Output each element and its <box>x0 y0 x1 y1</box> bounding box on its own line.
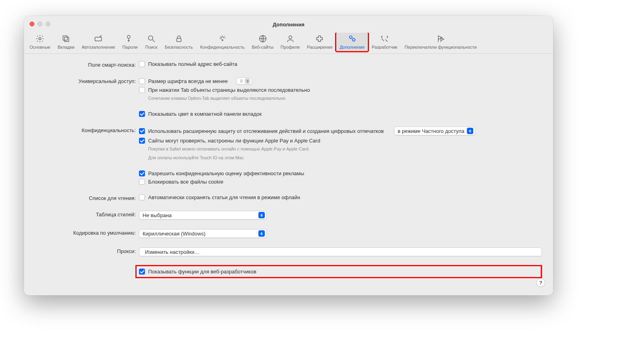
text-auto-save-offline: Автоматически сохранять статьи для чтени… <box>148 194 300 200</box>
toolbar-item-privacy[interactable]: Конфиденциальность <box>197 33 248 51</box>
text-tracking-protection: Использовать расширенную защиту от отсле… <box>148 128 384 134</box>
svg-point-0 <box>39 38 41 40</box>
privacy-icon <box>218 34 227 43</box>
toolbar-item-tabs[interactable]: Вкладки <box>54 33 77 51</box>
content: Поле смарт-поиска: Показывать полный адр… <box>24 54 553 293</box>
help-button[interactable]: ? <box>536 278 545 287</box>
zoom-window-button[interactable] <box>46 22 50 26</box>
toolbar-item-feature-flags[interactable]: Переключатели функциональности <box>401 33 480 51</box>
websites-icon <box>258 34 267 43</box>
checkbox-auto-save-offline[interactable] <box>139 194 145 200</box>
toolbar-label: Профили <box>281 45 300 49</box>
chevron-updown-icon <box>258 230 265 237</box>
checkbox-ad-measurement[interactable] <box>139 170 145 176</box>
autofill-icon <box>94 34 103 43</box>
toolbar-label: Переключатели функциональности <box>405 45 477 49</box>
chevron-updown-icon <box>258 212 265 218</box>
toolbar-item-profiles[interactable]: Профили <box>278 33 303 51</box>
titlebar: Дополнения <box>24 16 553 33</box>
svg-rect-1 <box>63 36 67 40</box>
text-compact-color: Показывать цвет в компактной панели вкла… <box>148 111 262 117</box>
label-accessibility: Универсальный доступ: <box>35 77 139 84</box>
search-icon <box>147 34 156 43</box>
toolbar-item-websites[interactable]: Веб-сайты <box>249 33 277 51</box>
profiles-icon <box>286 34 295 43</box>
close-window-button[interactable] <box>30 22 34 26</box>
label-stylesheet: Таблица стилей: <box>35 211 139 218</box>
feature-flags-icon <box>436 34 445 43</box>
toolbar: ОсновныеВкладкиАвтозаполнениеПаролиПоиск… <box>24 33 553 54</box>
svg-rect-3 <box>95 37 102 41</box>
minimize-window-button[interactable] <box>38 22 42 26</box>
checkbox-compact-color[interactable] <box>139 111 145 117</box>
toolbar-label: Основные <box>30 45 50 49</box>
chevron-updown-icon <box>467 128 473 134</box>
window-title: Дополнения <box>273 22 305 28</box>
label-encoding: Кодировка по умолчанию: <box>35 229 139 236</box>
label-proxies: Прокси: <box>35 247 139 254</box>
text-show-dev-features: Показывать функции для веб-разработчиков <box>148 269 256 275</box>
label-privacy: Конфиденциальность: <box>35 127 139 133</box>
label-smart-search: Поле смарт-поиска: <box>35 61 139 68</box>
note-apple-pay-1: Покупки в Safari можно оплачивать онлайн… <box>139 146 542 152</box>
traffic-lights <box>30 22 50 26</box>
text-min-font: Размер шрифта всегда не менее <box>148 78 228 84</box>
checkbox-min-font[interactable] <box>139 78 145 84</box>
toolbar-label: Автозаполнение <box>81 45 115 49</box>
toolbar-item-search[interactable]: Поиск <box>142 33 161 51</box>
toolbar-label: Вкладки <box>58 45 74 49</box>
passwords-icon <box>125 34 134 43</box>
toolbar-label: Разработчик <box>372 45 397 49</box>
preferences-window: Дополнения ОсновныеВкладкиАвтозаполнение… <box>24 16 553 295</box>
toolbar-item-security[interactable]: Безопасность <box>162 33 196 51</box>
svg-point-7 <box>222 40 223 41</box>
toolbar-item-autofill[interactable]: Автозаполнение <box>78 33 118 51</box>
security-icon <box>175 34 183 43</box>
text-apple-pay: Сайты могут проверять, настроены ли функ… <box>148 138 320 144</box>
extensions-icon <box>315 34 324 43</box>
svg-point-11 <box>352 39 355 41</box>
svg-point-9 <box>289 36 292 39</box>
svg-point-5 <box>148 36 153 40</box>
toolbar-item-extensions[interactable]: Расширения <box>304 33 335 51</box>
checkbox-apple-pay[interactable] <box>139 138 145 144</box>
checkbox-tracking-protection[interactable] <box>139 128 145 134</box>
checkbox-block-cookies[interactable] <box>139 179 145 185</box>
text-block-cookies: Блокировать все файлы cookie <box>148 179 223 185</box>
svg-rect-6 <box>177 38 181 42</box>
toolbar-item-developer[interactable]: Разработчик <box>369 33 401 51</box>
toolbar-label: Дополнения <box>339 45 364 49</box>
select-min-font-size[interactable]: 9 <box>236 77 252 85</box>
toolbar-item-passwords[interactable]: Пароли <box>119 33 141 51</box>
text-show-full-url: Показывать полный адрес веб-сайта <box>148 61 237 67</box>
highlight-dev-features: Показывать функции для веб-разработчиков <box>135 265 542 278</box>
toolbar-label: Расширения <box>307 45 332 49</box>
checkbox-show-dev-features[interactable] <box>139 269 145 275</box>
toolbar-label: Безопасность <box>165 45 193 49</box>
svg-point-10 <box>349 36 352 38</box>
toolbar-item-general[interactable]: Основные <box>26 33 54 51</box>
chevron-updown-icon <box>245 78 250 84</box>
toolbar-label: Поиск <box>145 45 157 49</box>
label-reading-list: Список для чтения: <box>35 194 139 201</box>
toolbar-label: Пароли <box>122 45 138 49</box>
checkbox-tab-highlight[interactable] <box>139 87 145 93</box>
button-change-proxies[interactable]: Изменить настройки… <box>139 247 542 256</box>
text-ad-measurement: Разрешить конфиденциальную оценку эффект… <box>148 170 304 176</box>
advanced-icon <box>348 34 357 43</box>
toolbar-label: Конфиденциальность <box>200 45 245 49</box>
select-tracking-mode[interactable]: в режиме Частного доступа <box>394 127 475 135</box>
toolbar-item-advanced[interactable]: Дополнения <box>336 33 367 51</box>
note-tab-highlight: Сочетание клавиш Option-Tab выделяет объ… <box>139 95 542 101</box>
developer-icon <box>380 34 389 43</box>
select-encoding[interactable]: Кириллическая (Windows) <box>139 229 267 238</box>
select-stylesheet[interactable]: Не выбрана <box>139 211 267 220</box>
svg-rect-2 <box>65 37 69 42</box>
checkbox-show-full-url[interactable] <box>139 61 145 67</box>
svg-point-4 <box>127 36 130 38</box>
text-tab-highlight: При нажатии Tab объекты страницы выделяю… <box>148 87 310 93</box>
toolbar-label: Веб-сайты <box>252 45 274 49</box>
tabs-icon <box>62 34 70 43</box>
note-apple-pay-2: Для оплаты используйте Touch ID на этом … <box>139 155 542 161</box>
general-icon <box>36 34 44 43</box>
